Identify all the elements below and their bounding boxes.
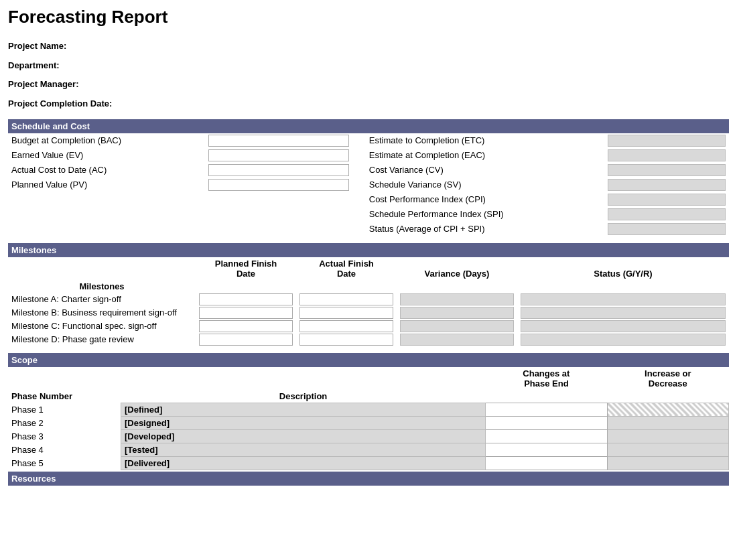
phase3-desc[interactable]: [Developed] xyxy=(121,429,485,443)
variance-header: Variance (Days) xyxy=(397,257,517,280)
cv-label: Cost Variance (CV) xyxy=(366,163,604,178)
report-title: Forecasting Report xyxy=(8,7,729,27)
ev-input[interactable] xyxy=(208,149,349,161)
phase5-desc[interactable]: [Delivered] xyxy=(121,456,485,470)
table-row: Phase 2 [Designed] xyxy=(8,416,729,429)
changes-header: Changes atPhase End xyxy=(486,367,607,390)
cpi-value[interactable] xyxy=(608,194,726,206)
bac-label: Budget at Completion (BAC) xyxy=(8,133,205,148)
phase1-inc xyxy=(607,403,728,416)
table-row: Phase 5 [Delivered] xyxy=(8,456,729,470)
milestones-header: Milestones xyxy=(8,243,729,257)
spi-value[interactable] xyxy=(608,208,726,220)
milestone-c-label: Milestone C: Functional spec. sign-off xyxy=(8,320,196,333)
table-row: Milestone C: Functional spec. sign-off xyxy=(8,320,729,333)
milestone-b-status[interactable] xyxy=(521,307,726,319)
cv-value[interactable] xyxy=(608,164,726,176)
phase2-inc[interactable] xyxy=(607,416,728,429)
milestone-d-label: Milestone D: Phase gate review xyxy=(8,333,196,346)
etc-value[interactable] xyxy=(608,135,726,147)
resources-header: Resources xyxy=(8,472,729,486)
phase2-label: Phase 2 xyxy=(8,416,121,429)
etc-label: Estimate to Completion (ETC) xyxy=(366,133,604,148)
phase1-label: Phase 1 xyxy=(8,403,121,416)
milestones-table: Planned FinishDate Actual FinishDate Var… xyxy=(8,257,729,346)
ac-input[interactable] xyxy=(208,164,349,176)
status-label: Status (Average of CPI + SPI) xyxy=(366,222,604,236)
phase5-inc[interactable] xyxy=(607,456,728,470)
phase4-changes[interactable] xyxy=(486,443,607,456)
phase4-label: Phase 4 xyxy=(8,443,121,456)
phase2-desc[interactable]: [Designed] xyxy=(121,416,485,429)
phase3-changes[interactable] xyxy=(486,429,607,443)
project-name-field: Project Name: xyxy=(8,38,729,55)
status-gyr-header: Status (G/Y/R) xyxy=(517,257,729,280)
milestone-a-label: Milestone A: Charter sign-off xyxy=(8,293,196,306)
planned-finish-header: Planned FinishDate xyxy=(196,257,296,280)
pv-label: Planned Value (PV) xyxy=(8,178,205,192)
spi-label: Schedule Performance Index (SPI) xyxy=(366,207,604,222)
milestone-b-variance[interactable] xyxy=(400,307,514,319)
table-row: Actual Cost to Date (AC) Cost Variance (… xyxy=(8,163,729,178)
phase3-label: Phase 3 xyxy=(8,429,121,443)
table-row: Milestone D: Phase gate review xyxy=(8,333,729,346)
phase4-inc[interactable] xyxy=(607,443,728,456)
milestone-b-actual[interactable] xyxy=(299,307,393,319)
milestone-b-label: Milestone B: Business requirement sign-o… xyxy=(8,306,196,320)
table-row: Milestone A: Charter sign-off xyxy=(8,293,729,306)
scope-header: Scope xyxy=(8,353,729,367)
table-row: Phase 1 [Defined] xyxy=(8,403,729,416)
scope-header-row1: Changes atPhase End Increase orDecrease xyxy=(8,367,729,390)
schedule-cost-header: Schedule and Cost xyxy=(8,119,729,133)
milestone-d-actual[interactable] xyxy=(299,334,393,346)
milestone-c-planned[interactable] xyxy=(199,320,293,332)
bac-input[interactable] xyxy=(208,135,349,147)
milestones-col-labels-row: Milestones xyxy=(8,280,729,293)
table-row: Earned Value (EV) Estimate at Completion… xyxy=(8,148,729,163)
milestone-a-variance[interactable] xyxy=(400,293,514,305)
milestone-a-actual[interactable] xyxy=(299,293,393,305)
table-row: Milestone B: Business requirement sign-o… xyxy=(8,306,729,320)
milestone-d-status[interactable] xyxy=(521,334,726,346)
scope-table: Changes atPhase End Increase orDecrease … xyxy=(8,367,729,470)
scope-desc-spacer xyxy=(121,367,485,390)
table-row: Cost Performance Index (CPI) xyxy=(8,192,729,207)
department-field: Department: xyxy=(8,58,729,74)
milestones-header-row: Planned FinishDate Actual FinishDate Var… xyxy=(8,257,729,280)
phase5-changes[interactable] xyxy=(486,456,607,470)
eac-value[interactable] xyxy=(608,149,726,161)
completion-date-field: Project Completion Date: xyxy=(8,96,729,113)
phase5-label: Phase 5 xyxy=(8,456,121,470)
project-manager-field: Project Manager: xyxy=(8,76,729,93)
schedule-cost-table: Budget at Completion (BAC) Estimate to C… xyxy=(8,133,729,236)
milestone-d-variance[interactable] xyxy=(400,334,514,346)
milestone-a-status[interactable] xyxy=(521,293,726,305)
phase3-inc[interactable] xyxy=(607,429,728,443)
description-label: Description xyxy=(121,390,485,403)
milestone-c-status[interactable] xyxy=(521,320,726,332)
phase2-changes[interactable] xyxy=(486,416,607,429)
sv-value[interactable] xyxy=(608,179,726,191)
milestone-c-variance[interactable] xyxy=(400,320,514,332)
actual-finish-header: Actual FinishDate xyxy=(296,257,397,280)
table-row: Phase 4 [Tested] xyxy=(8,443,729,456)
milestones-col-header xyxy=(8,257,196,280)
phase1-desc[interactable]: [Defined] xyxy=(121,403,485,416)
milestone-c-actual[interactable] xyxy=(299,320,393,332)
scope-phase-spacer xyxy=(8,367,121,390)
pv-input[interactable] xyxy=(208,179,349,191)
table-row: Budget at Completion (BAC) Estimate to C… xyxy=(8,133,729,148)
milestone-a-planned[interactable] xyxy=(199,293,293,305)
inc-dec-header: Increase orDecrease xyxy=(607,367,728,390)
phase-number-label: Phase Number xyxy=(8,390,121,403)
milestone-d-planned[interactable] xyxy=(199,334,293,346)
ev-label: Earned Value (EV) xyxy=(8,148,205,163)
milestone-b-planned[interactable] xyxy=(199,307,293,319)
ac-label: Actual Cost to Date (AC) xyxy=(8,163,205,178)
scope-col-labels-row: Phase Number Description xyxy=(8,390,729,403)
sv-label: Schedule Variance (SV) xyxy=(366,178,604,192)
phase4-desc[interactable]: [Tested] xyxy=(121,443,485,456)
table-row: Phase 3 [Developed] xyxy=(8,429,729,443)
phase1-changes[interactable] xyxy=(486,403,607,416)
status-value[interactable] xyxy=(608,223,726,235)
